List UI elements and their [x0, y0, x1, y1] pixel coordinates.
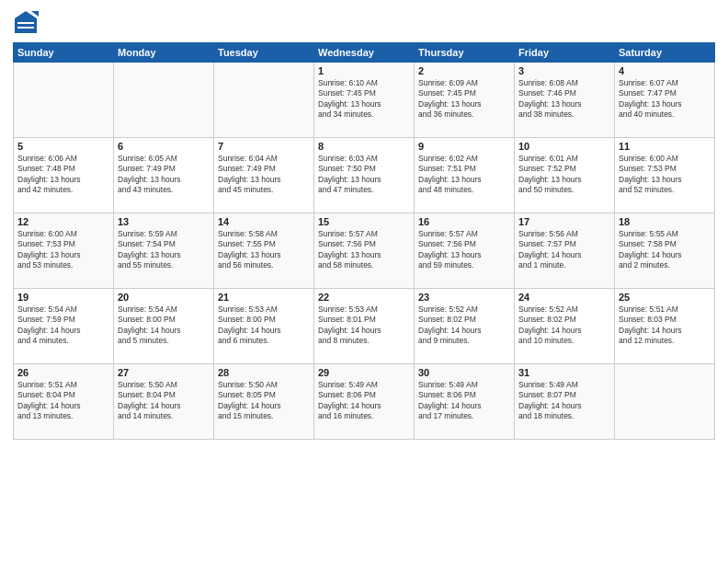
day-info: Sunrise: 5:54 AM Sunset: 8:00 PM Dayligh… — [118, 304, 210, 347]
day-number: 25 — [619, 292, 711, 303]
day-info: Sunrise: 5:54 AM Sunset: 7:59 PM Dayligh… — [17, 304, 109, 347]
day-cell: 21Sunrise: 5:53 AM Sunset: 8:00 PM Dayli… — [214, 289, 314, 364]
svg-rect-2 — [17, 22, 34, 24]
calendar-container: Sunday Monday Tuesday Wednesday Thursday… — [0, 0, 728, 563]
day-cell: 19Sunrise: 5:54 AM Sunset: 7:59 PM Dayli… — [14, 289, 114, 364]
day-number: 8 — [318, 141, 410, 152]
day-number: 12 — [17, 216, 109, 227]
day-cell: 3Sunrise: 6:08 AM Sunset: 7:46 PM Daylig… — [515, 63, 615, 138]
week-row-1: 1Sunrise: 6:10 AM Sunset: 7:45 PM Daylig… — [14, 63, 715, 138]
day-cell: 15Sunrise: 5:57 AM Sunset: 7:56 PM Dayli… — [314, 213, 415, 289]
day-cell: 14Sunrise: 5:58 AM Sunset: 7:55 PM Dayli… — [214, 213, 314, 289]
day-cell: 18Sunrise: 5:55 AM Sunset: 7:58 PM Dayli… — [615, 213, 715, 289]
day-info: Sunrise: 5:52 AM Sunset: 8:02 PM Dayligh… — [418, 304, 510, 347]
day-cell: 17Sunrise: 5:56 AM Sunset: 7:57 PM Dayli… — [515, 213, 615, 289]
day-number: 22 — [318, 292, 410, 303]
day-number: 16 — [418, 216, 510, 227]
day-cell: 26Sunrise: 5:51 AM Sunset: 8:04 PM Dayli… — [14, 364, 114, 440]
day-cell — [114, 63, 214, 138]
col-monday: Monday — [114, 43, 214, 63]
day-cell: 9Sunrise: 6:02 AM Sunset: 7:51 PM Daylig… — [415, 138, 515, 213]
day-cell: 5Sunrise: 6:06 AM Sunset: 7:48 PM Daylig… — [14, 138, 114, 213]
day-info: Sunrise: 5:56 AM Sunset: 7:57 PM Dayligh… — [518, 229, 610, 271]
day-info: Sunrise: 6:01 AM Sunset: 7:52 PM Dayligh… — [518, 154, 610, 196]
day-info: Sunrise: 5:51 AM Sunset: 8:04 PM Dayligh… — [17, 380, 109, 422]
day-number: 20 — [118, 292, 210, 303]
day-number: 18 — [619, 216, 711, 227]
col-thursday: Thursday — [415, 43, 515, 63]
day-info: Sunrise: 5:49 AM Sunset: 8:07 PM Dayligh… — [518, 380, 610, 422]
day-number: 5 — [17, 141, 109, 152]
day-number: 30 — [418, 367, 510, 378]
day-number: 10 — [518, 141, 610, 152]
day-info: Sunrise: 6:00 AM Sunset: 7:53 PM Dayligh… — [17, 229, 109, 271]
day-cell: 28Sunrise: 5:50 AM Sunset: 8:05 PM Dayli… — [214, 364, 314, 440]
day-number: 27 — [118, 367, 210, 378]
day-info: Sunrise: 6:04 AM Sunset: 7:49 PM Dayligh… — [218, 154, 310, 196]
day-number: 11 — [619, 141, 711, 152]
col-saturday: Saturday — [615, 43, 715, 63]
day-cell: 13Sunrise: 5:59 AM Sunset: 7:54 PM Dayli… — [114, 213, 214, 289]
day-number: 17 — [518, 216, 610, 227]
day-cell: 7Sunrise: 6:04 AM Sunset: 7:49 PM Daylig… — [214, 138, 314, 213]
day-info: Sunrise: 6:05 AM Sunset: 7:49 PM Dayligh… — [118, 154, 210, 196]
day-info: Sunrise: 5:51 AM Sunset: 8:03 PM Dayligh… — [619, 304, 711, 347]
day-cell — [214, 63, 314, 138]
day-cell: 24Sunrise: 5:52 AM Sunset: 8:02 PM Dayli… — [515, 289, 615, 364]
day-number: 29 — [318, 367, 410, 378]
day-cell — [14, 63, 114, 138]
day-info: Sunrise: 5:57 AM Sunset: 7:56 PM Dayligh… — [418, 229, 510, 271]
day-number: 15 — [318, 216, 410, 227]
day-cell: 30Sunrise: 5:49 AM Sunset: 8:06 PM Dayli… — [415, 364, 515, 440]
col-sunday: Sunday — [14, 43, 114, 63]
week-row-2: 5Sunrise: 6:06 AM Sunset: 7:48 PM Daylig… — [14, 138, 715, 213]
day-cell — [615, 364, 715, 440]
day-number: 26 — [17, 367, 109, 378]
day-info: Sunrise: 6:10 AM Sunset: 7:45 PM Dayligh… — [318, 78, 410, 121]
day-info: Sunrise: 6:02 AM Sunset: 7:51 PM Dayligh… — [418, 154, 510, 196]
week-row-5: 26Sunrise: 5:51 AM Sunset: 8:04 PM Dayli… — [14, 364, 715, 440]
day-cell: 20Sunrise: 5:54 AM Sunset: 8:00 PM Dayli… — [114, 289, 214, 364]
day-cell: 12Sunrise: 6:00 AM Sunset: 7:53 PM Dayli… — [14, 213, 114, 289]
day-cell: 11Sunrise: 6:00 AM Sunset: 7:53 PM Dayli… — [615, 138, 715, 213]
logo — [13, 9, 42, 35]
logo-icon — [13, 9, 39, 35]
day-info: Sunrise: 5:50 AM Sunset: 8:05 PM Dayligh… — [218, 380, 310, 422]
day-number: 14 — [218, 216, 310, 227]
col-wednesday: Wednesday — [314, 43, 415, 63]
week-row-3: 12Sunrise: 6:00 AM Sunset: 7:53 PM Dayli… — [14, 213, 715, 289]
day-info: Sunrise: 6:06 AM Sunset: 7:48 PM Dayligh… — [17, 154, 109, 196]
week-row-4: 19Sunrise: 5:54 AM Sunset: 7:59 PM Dayli… — [14, 289, 715, 364]
day-cell: 10Sunrise: 6:01 AM Sunset: 7:52 PM Dayli… — [515, 138, 615, 213]
day-info: Sunrise: 5:57 AM Sunset: 7:56 PM Dayligh… — [318, 229, 410, 271]
day-cell: 2Sunrise: 6:09 AM Sunset: 7:45 PM Daylig… — [415, 63, 515, 138]
day-number: 28 — [218, 367, 310, 378]
day-cell: 6Sunrise: 6:05 AM Sunset: 7:49 PM Daylig… — [114, 138, 214, 213]
day-cell: 16Sunrise: 5:57 AM Sunset: 7:56 PM Dayli… — [415, 213, 515, 289]
day-number: 7 — [218, 141, 310, 152]
day-info: Sunrise: 5:49 AM Sunset: 8:06 PM Dayligh… — [418, 380, 510, 422]
day-info: Sunrise: 6:03 AM Sunset: 7:50 PM Dayligh… — [318, 154, 410, 196]
day-number: 6 — [118, 141, 210, 152]
day-number: 19 — [17, 292, 109, 303]
day-number: 24 — [518, 292, 610, 303]
day-number: 13 — [118, 216, 210, 227]
day-cell: 25Sunrise: 5:51 AM Sunset: 8:03 PM Dayli… — [615, 289, 715, 364]
day-info: Sunrise: 5:50 AM Sunset: 8:04 PM Dayligh… — [118, 380, 210, 422]
day-number: 23 — [418, 292, 510, 303]
day-info: Sunrise: 5:58 AM Sunset: 7:55 PM Dayligh… — [218, 229, 310, 271]
svg-rect-3 — [17, 27, 34, 29]
calendar-table: Sunday Monday Tuesday Wednesday Thursday… — [13, 42, 715, 440]
day-info: Sunrise: 6:00 AM Sunset: 7:53 PM Dayligh… — [619, 154, 711, 196]
day-info: Sunrise: 5:53 AM Sunset: 8:00 PM Dayligh… — [218, 304, 310, 347]
header-row: Sunday Monday Tuesday Wednesday Thursday… — [14, 43, 715, 63]
day-number: 31 — [518, 367, 610, 378]
day-info: Sunrise: 5:52 AM Sunset: 8:02 PM Dayligh… — [518, 304, 610, 347]
day-cell: 4Sunrise: 6:07 AM Sunset: 7:47 PM Daylig… — [615, 63, 715, 138]
day-number: 4 — [619, 65, 711, 76]
day-info: Sunrise: 6:07 AM Sunset: 7:47 PM Dayligh… — [619, 78, 711, 121]
day-info: Sunrise: 5:53 AM Sunset: 8:01 PM Dayligh… — [318, 304, 410, 347]
day-cell: 22Sunrise: 5:53 AM Sunset: 8:01 PM Dayli… — [314, 289, 415, 364]
day-cell: 1Sunrise: 6:10 AM Sunset: 7:45 PM Daylig… — [314, 63, 415, 138]
day-number: 3 — [518, 65, 610, 76]
